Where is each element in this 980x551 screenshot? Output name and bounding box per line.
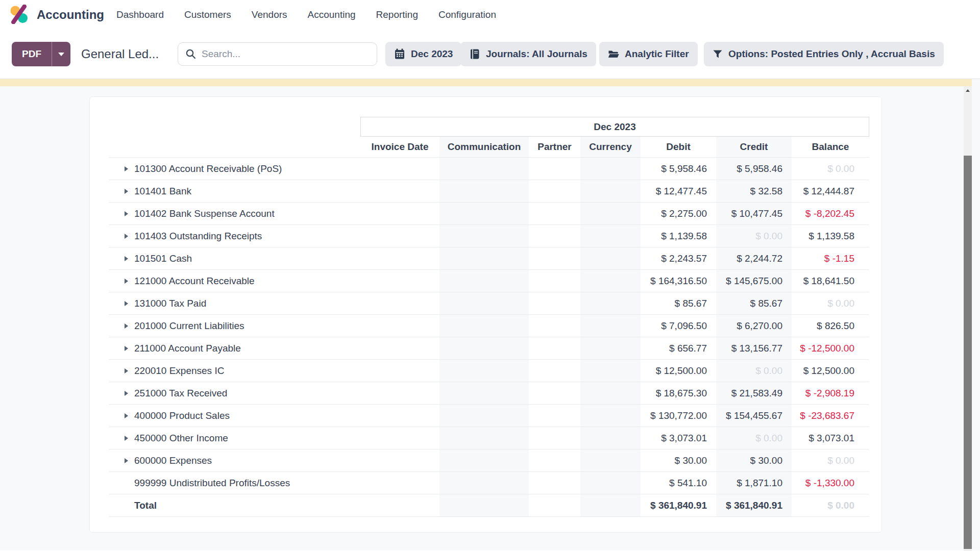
invoice-date-cell <box>360 247 439 269</box>
pdf-button-label[interactable]: PDF <box>12 42 52 66</box>
vertical-scrollbar[interactable] <box>964 86 972 551</box>
menu-configuration[interactable]: Configuration <box>438 9 496 20</box>
account-row[interactable]: 101401 Bank$ 12,477.45$ 32.58$ 12,444.87 <box>109 180 869 203</box>
pdf-dropdown-toggle[interactable] <box>52 42 70 66</box>
account-name-cell: 600000 Expenses <box>109 449 360 471</box>
expand-caret-icon[interactable] <box>125 436 128 441</box>
expand-caret-icon[interactable] <box>125 301 128 306</box>
account-row[interactable]: 400000 Product Sales$ 130,772.00$ 154,45… <box>109 405 869 427</box>
odoo-accounting-app-icon[interactable] <box>9 5 29 24</box>
menu-accounting[interactable]: Accounting <box>308 9 356 20</box>
account-row[interactable]: 101403 Outstanding Receipts$ 1,139.58$ 0… <box>109 225 869 247</box>
account-name-cell: 251000 Tax Received <box>109 382 360 404</box>
total-label: Total <box>134 500 157 511</box>
currency-cell <box>580 315 641 337</box>
account-row[interactable]: 131000 Tax Paid$ 85.67$ 85.67$ 0.00 <box>109 292 869 315</box>
debit-amount: $ 30.00 <box>641 449 716 471</box>
partner-cell <box>529 158 580 180</box>
account-row[interactable]: 600000 Expenses$ 30.00$ 30.00$ 0.00 <box>109 449 869 472</box>
credit-amount: $ 13,156.77 <box>716 337 792 359</box>
communication-cell <box>439 180 529 202</box>
expand-caret-icon[interactable] <box>125 234 128 239</box>
partner-cell <box>529 427 580 449</box>
journals-filter-button[interactable]: Journals: All Journals <box>460 42 596 66</box>
credit-amount: $ 85.67 <box>716 292 792 314</box>
currency-cell <box>580 203 641 224</box>
account-row[interactable]: 201000 Current Liabilities$ 7,096.50$ 6,… <box>109 315 869 337</box>
balance-amount: $ 0.00 <box>792 292 869 314</box>
credit-amount: $ 154,455.67 <box>716 405 792 427</box>
account-name: 131000 Tax Paid <box>134 298 206 309</box>
calendar-icon <box>394 48 405 60</box>
balance-amount: $ -8,202.45 <box>792 203 869 224</box>
app-name[interactable]: Accounting <box>37 0 104 29</box>
scrollbar-up-button[interactable] <box>964 86 972 94</box>
account-row[interactable]: 101300 Account Receivable (PoS)$ 5,958.4… <box>109 158 869 180</box>
account-row[interactable]: 121000 Account Receivable$ 164,316.50$ 1… <box>109 270 869 292</box>
expand-caret-icon[interactable] <box>125 189 128 194</box>
expand-caret-icon[interactable] <box>125 391 128 396</box>
expand-caret-icon[interactable] <box>125 256 128 261</box>
debit-amount: $ 656.77 <box>641 337 716 359</box>
account-name-cell: 121000 Account Receivable <box>109 270 360 292</box>
table-header-row: Invoice Date Communication Partner Curre… <box>109 137 869 158</box>
expand-caret-icon[interactable] <box>125 413 128 418</box>
options-filter-button[interactable]: Options: Posted Entries Only , Accrual B… <box>704 42 944 66</box>
partner-cell <box>529 292 580 314</box>
debit-amount: $ 85.67 <box>641 292 716 314</box>
credit-amount: $ 1,871.10 <box>716 472 792 494</box>
total-row[interactable]: Total$ 361,840.91$ 361,840.91$ 0.00 <box>109 494 869 517</box>
account-row[interactable]: 211000 Account Payable$ 656.77$ 13,156.7… <box>109 337 869 360</box>
invoice-date-cell <box>360 315 439 337</box>
balance-amount: $ -23,683.67 <box>792 405 869 427</box>
debit-amount: $ 12,477.45 <box>641 180 716 202</box>
search-input[interactable] <box>202 48 370 60</box>
communication-cell <box>439 315 529 337</box>
currency-cell <box>580 158 641 180</box>
credit-amount: $ 21,583.49 <box>716 382 792 404</box>
communication-cell <box>439 360 529 382</box>
expand-caret-icon[interactable] <box>125 346 128 351</box>
expand-caret-icon[interactable] <box>125 323 128 329</box>
column-header-invoice-date: Invoice Date <box>360 137 439 157</box>
partner-cell <box>529 405 580 427</box>
account-name: 121000 Account Receivable <box>134 276 255 287</box>
column-header-communication: Communication <box>439 137 529 157</box>
credit-amount: $ 0.00 <box>716 427 792 449</box>
account-name-cell: 999999 Undistributed Profits/Losses <box>109 472 360 494</box>
partner-cell <box>529 203 580 224</box>
expand-caret-icon[interactable] <box>125 211 128 216</box>
scrollbar-thumb[interactable] <box>964 156 972 549</box>
communication-cell <box>439 158 529 180</box>
expand-caret-icon[interactable] <box>125 368 128 373</box>
account-name: 600000 Expenses <box>134 455 212 466</box>
date-filter-button[interactable]: Dec 2023 <box>385 42 461 66</box>
funnel-icon <box>713 49 723 59</box>
account-row[interactable]: 251000 Tax Received$ 18,675.30$ 21,583.4… <box>109 382 869 405</box>
account-name-cell: 201000 Current Liabilities <box>109 315 360 337</box>
account-row[interactable]: 101501 Cash$ 2,243.57$ 2,244.72$ -1.15 <box>109 247 869 270</box>
analytic-filter-button[interactable]: Analytic Filter <box>599 42 698 66</box>
partner-cell <box>529 360 580 382</box>
options-filter-label: Options: Posted Entries Only , Accrual B… <box>728 48 935 60</box>
balance-amount: $ 826.50 <box>792 315 869 337</box>
currency-cell <box>580 405 641 427</box>
menu-dashboard[interactable]: Dashboard <box>116 9 164 20</box>
pdf-export-button[interactable]: PDF <box>12 42 70 66</box>
expand-caret-icon[interactable] <box>125 279 128 284</box>
communication-cell <box>439 405 529 427</box>
page-title: General Led... <box>81 29 159 79</box>
account-row[interactable]: 999999 Undistributed Profits/Losses$ 541… <box>109 472 869 494</box>
invoice-date-cell <box>360 225 439 247</box>
expand-caret-icon[interactable] <box>125 166 128 171</box>
date-filter-label: Dec 2023 <box>411 48 453 60</box>
balance-amount: $ 12,444.87 <box>792 180 869 202</box>
menu-vendors[interactable]: Vendors <box>252 9 287 20</box>
menu-reporting[interactable]: Reporting <box>376 9 418 20</box>
search-box[interactable] <box>178 42 377 66</box>
account-row[interactable]: 220010 Expenses IC$ 12,500.00$ 0.00$ 12,… <box>109 360 869 382</box>
menu-customers[interactable]: Customers <box>184 9 231 20</box>
expand-caret-icon[interactable] <box>125 458 128 463</box>
account-row[interactable]: 450000 Other Income$ 3,073.01$ 0.00$ 3,0… <box>109 427 869 449</box>
account-row[interactable]: 101402 Bank Suspense Account$ 2,275.00$ … <box>109 203 869 225</box>
